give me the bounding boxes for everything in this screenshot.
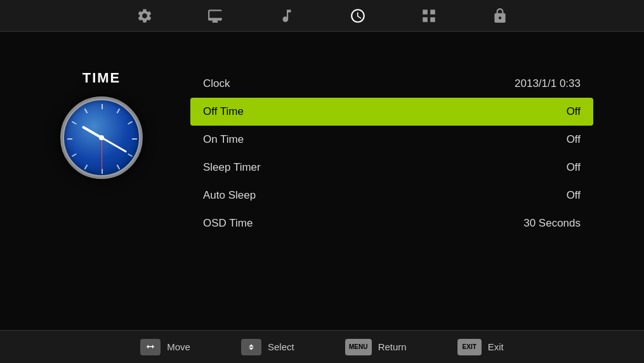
nav-display-icon[interactable] <box>206 6 226 26</box>
clock-minute-hand <box>101 137 126 153</box>
setting-value-4: Off <box>567 189 581 202</box>
setting-row-2[interactable]: On TimeOff <box>190 126 593 154</box>
setting-label-4: Auto Sleep <box>203 189 256 202</box>
setting-value-5: 30 Seconds <box>523 217 581 230</box>
clock-center-dot <box>99 135 104 140</box>
setting-row-4[interactable]: Auto SleepOff <box>190 182 593 209</box>
setting-value-3: Off <box>567 161 581 174</box>
nav-lock-icon[interactable] <box>490 6 510 26</box>
clock-second-hand <box>102 138 102 169</box>
setting-label-0: Clock <box>203 77 230 90</box>
menu-icon: MENU <box>345 339 372 355</box>
setting-label-1: Off Time <box>203 105 244 118</box>
select-icon <box>241 339 261 355</box>
select-label: Select <box>268 341 294 352</box>
bottom-bar: Move Select MENU Return EXIT Exit <box>0 330 644 363</box>
section-title: TIME <box>82 70 121 86</box>
left-panel: TIME <box>51 70 152 179</box>
setting-row-3[interactable]: Sleep TimerOff <box>190 154 593 182</box>
nav-music-icon[interactable] <box>277 6 297 26</box>
nav-time-icon[interactable] <box>348 6 368 26</box>
select-action: Select <box>241 339 294 355</box>
move-action: Move <box>140 339 190 355</box>
exit-action: EXIT Exit <box>457 339 504 355</box>
return-action: MENU Return <box>345 339 407 355</box>
exit-icon: EXIT <box>457 339 482 355</box>
nav-apps-icon[interactable] <box>419 6 439 26</box>
setting-value-1: Off <box>567 105 581 118</box>
setting-row-5[interactable]: OSD Time30 Seconds <box>190 209 593 237</box>
setting-label-5: OSD Time <box>203 217 253 230</box>
move-label: Move <box>167 341 190 352</box>
nav-settings-icon[interactable] <box>135 6 155 26</box>
settings-panel: Clock2013/1/1 0:33Off TimeOffOn TimeOffS… <box>190 70 593 237</box>
setting-row-1[interactable]: Off TimeOff <box>190 98 593 126</box>
setting-value-0: 2013/1/1 0:33 <box>515 77 581 90</box>
setting-row-0[interactable]: Clock2013/1/1 0:33 <box>190 70 593 98</box>
setting-label-3: Sleep Timer <box>203 161 261 174</box>
clock-graphic <box>60 96 143 179</box>
exit-label: Exit <box>488 341 504 352</box>
move-icon <box>140 339 161 355</box>
setting-label-2: On Time <box>203 133 244 146</box>
return-label: Return <box>378 341 407 352</box>
main-content: TIME Clock2013/1/1 0:33Off TimeOffOn Tim… <box>0 32 644 237</box>
top-navigation <box>0 0 644 32</box>
setting-value-2: Off <box>567 133 581 146</box>
